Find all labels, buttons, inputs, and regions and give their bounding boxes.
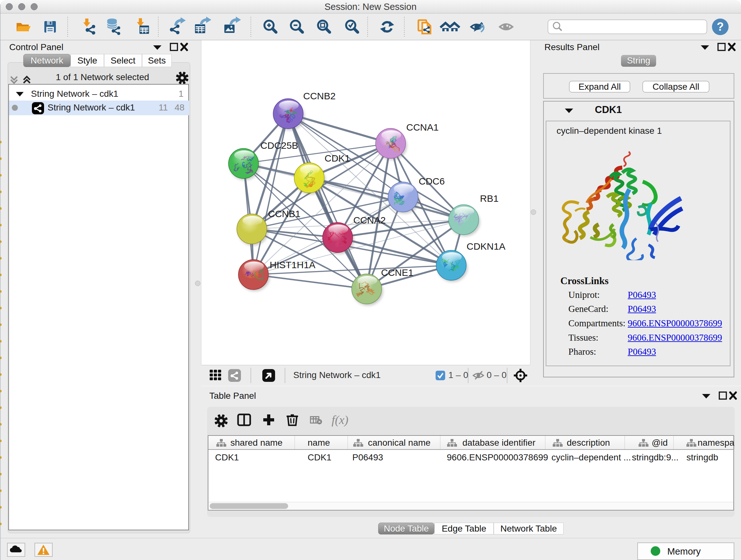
svg-text:CDC25B: CDC25B (260, 140, 298, 151)
svg-text:RB1: RB1 (480, 193, 498, 204)
svg-text:CCNB1: CCNB1 (268, 208, 300, 219)
svg-text:f(x): f(x) (332, 413, 348, 427)
svg-text:CCNA2: CCNA2 (353, 215, 386, 226)
svg-text:CCNA1: CCNA1 (406, 122, 439, 132)
svg-text:CCNB2: CCNB2 (303, 91, 336, 101)
svg-text:CDKN1A: CDKN1A (467, 241, 506, 252)
svg-text:CDC6: CDC6 (419, 176, 445, 186)
svg-text:CDK1: CDK1 (325, 153, 350, 164)
svg-text:HIST1H1A: HIST1H1A (270, 260, 315, 270)
svg-text:?: ? (717, 20, 724, 33)
svg-text:CCNE1: CCNE1 (381, 267, 414, 278)
